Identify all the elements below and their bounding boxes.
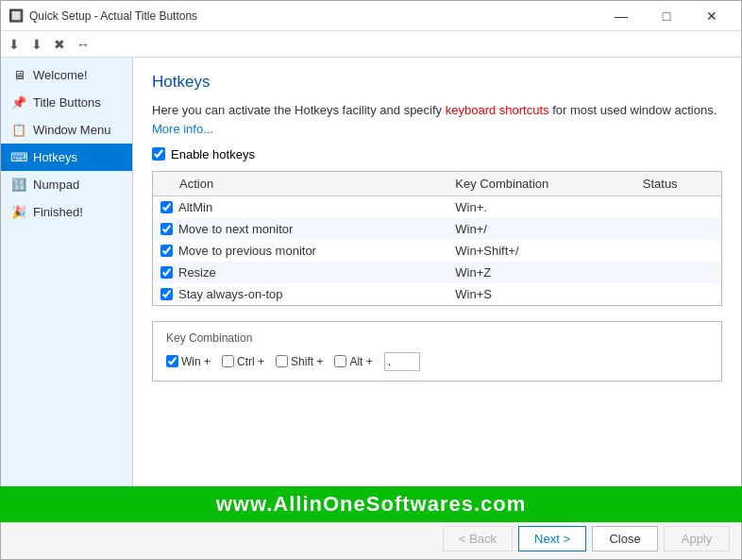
table-row: Stay always-on-top Win+S <box>153 283 721 305</box>
hotkeys-table: Action Key Combination Status AltMin Win… <box>153 172 721 305</box>
kc-shift-checkbox[interactable] <box>276 355 288 367</box>
kc-win-label: Win + <box>181 355 211 368</box>
more-info-link[interactable]: More info... <box>152 122 722 136</box>
toolbar-icon-4[interactable]: ↔ <box>76 37 90 52</box>
main-window: 🔲 Quick Setup - Actual Title Buttons — □… <box>0 0 742 560</box>
status-cell <box>635 283 721 305</box>
kc-ctrl: Ctrl + <box>222 355 264 368</box>
action-label: Resize <box>178 265 216 280</box>
page-title: Hotkeys <box>152 73 722 92</box>
kc-alt: Alt + <box>334 355 372 368</box>
sidebar-item-window-menu[interactable]: 📋 Window Menu <box>1 116 132 144</box>
close-window-button[interactable]: ✕ <box>690 1 734 31</box>
sidebar-item-window-menu-label: Window Menu <box>33 123 110 137</box>
kc-shift: Shift + <box>276 355 323 368</box>
sidebar-item-numpad[interactable]: 🔢 Numpad <box>1 171 132 198</box>
kc-win: Win + <box>166 355 211 368</box>
key-cell: Win+/ <box>447 218 634 240</box>
sidebar-item-numpad-label: Numpad <box>33 178 79 192</box>
table-row: Move to next monitor Win+/ <box>153 218 721 240</box>
key-cell: Win+S <box>447 283 634 305</box>
kc-win-checkbox[interactable] <box>166 355 178 367</box>
col-action: Action <box>153 172 447 196</box>
key-combo-row: Win + Ctrl + Shift + Alt + <box>166 352 708 371</box>
back-button[interactable]: < Back <box>443 526 513 552</box>
titlebar: 🔲 Quick Setup - Actual Title Buttons — □… <box>1 1 741 31</box>
sidebar-item-hotkeys[interactable]: ⌨ Hotkeys <box>1 144 132 171</box>
window-menu-icon: 📋 <box>10 123 27 137</box>
action-label: Stay always-on-top <box>178 287 283 301</box>
col-key: Key Combination <box>447 172 634 196</box>
action-label: Move to next monitor <box>178 222 293 236</box>
kc-shift-label: Shift + <box>291 355 323 368</box>
action-cell: Move to next monitor <box>153 218 447 240</box>
key-cell: Win+Shift+/ <box>447 240 634 262</box>
desc-normal: Here you can activate the Hotkeys facili… <box>152 103 446 117</box>
welcome-icon: 🖥 <box>10 68 27 82</box>
sidebar-item-finished-label: Finished! <box>33 205 83 219</box>
key-cell: Win+. <box>447 195 634 218</box>
table-row: Move to previous monitor Win+Shift+/ <box>153 240 721 262</box>
minimize-button[interactable]: — <box>599 1 643 31</box>
row-checkbox[interactable] <box>160 201 173 213</box>
table-header-row: Action Key Combination Status <box>153 172 721 196</box>
enable-hotkeys-row: Enable hotkeys <box>152 147 722 161</box>
desc-highlight: keyboard shortcuts <box>446 103 549 117</box>
content-area: Hotkeys Here you can activate the Hotkey… <box>133 58 741 518</box>
enable-hotkeys-checkbox[interactable] <box>152 147 165 161</box>
kc-ctrl-label: Ctrl + <box>237 355 264 368</box>
numpad-icon: 🔢 <box>10 178 27 192</box>
row-checkbox[interactable] <box>160 266 173 279</box>
app-icon: 🔲 <box>8 8 24 24</box>
sidebar-item-hotkeys-label: Hotkeys <box>33 150 77 164</box>
toolbar-icon-3[interactable]: ✖ <box>54 37 65 52</box>
window-controls: — □ ✕ <box>599 1 734 31</box>
sidebar-item-welcome-label: Welcome! <box>33 68 88 82</box>
status-cell <box>635 195 721 218</box>
toolbar-icon-2[interactable]: ⬇ <box>31 37 42 52</box>
sidebar-item-welcome[interactable]: 🖥 Welcome! <box>1 61 132 89</box>
kc-alt-label: Alt + <box>349 355 372 368</box>
action-cell: Resize <box>153 262 447 283</box>
key-combo-input[interactable] <box>384 352 420 371</box>
key-cell: Win+Z <box>447 262 634 283</box>
table-row: AltMin Win+. <box>153 195 721 218</box>
sidebar-item-title-buttons-label: Title Buttons <box>33 95 101 110</box>
kc-ctrl-checkbox[interactable] <box>222 355 234 367</box>
desc-end: for most used window actions. <box>549 103 717 117</box>
col-status: Status <box>635 172 721 196</box>
sidebar: 🖥 Welcome! 📌 Title Buttons 📋 Window Menu… <box>1 58 133 518</box>
maximize-button[interactable]: □ <box>645 1 688 31</box>
table-row: Resize Win+Z <box>153 262 721 283</box>
kc-alt-checkbox[interactable] <box>334 355 346 367</box>
description: Here you can activate the Hotkeys facili… <box>152 101 722 120</box>
close-button[interactable]: Close <box>592 526 658 552</box>
status-cell <box>635 240 721 262</box>
hotkeys-icon: ⌨ <box>10 150 27 164</box>
window-title: Quick Setup - Actual Title Buttons <box>29 9 599 23</box>
enable-hotkeys-label: Enable hotkeys <box>171 147 255 161</box>
key-combo-title: Key Combination <box>166 331 708 345</box>
apply-button[interactable]: Apply <box>664 526 730 552</box>
bottom-bar: < Back Next > Close Apply <box>1 518 741 559</box>
row-checkbox[interactable] <box>160 245 173 257</box>
next-button[interactable]: Next > <box>518 526 586 552</box>
action-label: AltMin <box>178 200 212 214</box>
action-cell: Stay always-on-top <box>153 283 447 305</box>
action-label: Move to previous monitor <box>178 244 316 258</box>
toolbar: ⬇ ⬇ ✖ ↔ <box>1 31 741 58</box>
hotkeys-table-wrapper: Action Key Combination Status AltMin Win… <box>152 171 722 306</box>
main-layout: 🖥 Welcome! 📌 Title Buttons 📋 Window Menu… <box>1 58 741 518</box>
status-cell <box>635 218 721 240</box>
title-buttons-icon: 📌 <box>10 95 27 110</box>
row-checkbox[interactable] <box>160 288 173 300</box>
status-cell <box>635 262 721 283</box>
finished-icon: 🎉 <box>10 205 27 219</box>
action-cell: Move to previous monitor <box>153 240 447 262</box>
key-combination-section: Key Combination Win + Ctrl + Shift + <box>152 321 722 382</box>
toolbar-icon-1[interactable]: ⬇ <box>8 37 20 52</box>
sidebar-item-title-buttons[interactable]: 📌 Title Buttons <box>1 89 132 116</box>
row-checkbox[interactable] <box>160 223 173 235</box>
sidebar-item-finished[interactable]: 🎉 Finished! <box>1 198 132 226</box>
action-cell: AltMin <box>153 195 447 218</box>
